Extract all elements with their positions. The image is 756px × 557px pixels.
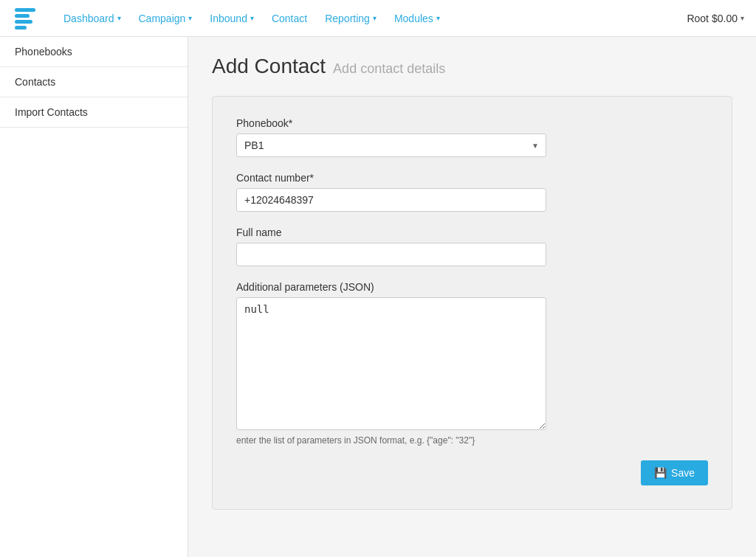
nav-items: Dashboard ▾ Campaign ▾ Inbound ▾ Contact… bbox=[56, 0, 687, 37]
page-header: Add Contact Add contact details bbox=[212, 55, 732, 78]
chevron-down-icon[interactable]: ▾ bbox=[740, 14, 744, 22]
additional-params-textarea[interactable] bbox=[236, 297, 546, 430]
svg-rect-1 bbox=[15, 14, 30, 18]
logo[interactable] bbox=[12, 5, 38, 32]
phonebook-label: Phonebook* bbox=[236, 117, 708, 129]
page-subtitle: Add contact details bbox=[333, 61, 445, 77]
chevron-down-icon: ▾ bbox=[436, 14, 440, 22]
contact-number-input[interactable] bbox=[236, 188, 546, 212]
nav-inbound[interactable]: Inbound ▾ bbox=[202, 0, 261, 37]
nav-modules[interactable]: Modules ▾ bbox=[387, 0, 447, 37]
navbar: Dashboard ▾ Campaign ▾ Inbound ▾ Contact… bbox=[0, 0, 756, 37]
svg-rect-2 bbox=[15, 20, 32, 24]
form-footer: 💾 Save bbox=[236, 460, 708, 485]
page-title: Add Contact bbox=[212, 55, 326, 78]
chevron-down-icon: ▾ bbox=[250, 14, 254, 22]
chevron-down-icon: ▾ bbox=[373, 14, 377, 22]
chevron-down-icon: ▾ bbox=[188, 14, 192, 22]
navbar-username: Root bbox=[687, 13, 709, 24]
navbar-balance: $0.00 bbox=[712, 13, 738, 24]
svg-rect-0 bbox=[15, 8, 35, 12]
phonebook-group: Phonebook* PB1 bbox=[236, 117, 708, 157]
navbar-right: Root $0.00 ▾ bbox=[687, 13, 744, 24]
full-name-label: Full name bbox=[236, 226, 708, 238]
save-icon: 💾 bbox=[654, 467, 667, 479]
sidebar-item-contacts[interactable]: Contacts bbox=[0, 67, 188, 97]
sidebar: Phonebooks Contacts Import Contacts bbox=[0, 37, 188, 557]
add-contact-form: Phonebook* PB1 Contact number* Full name bbox=[212, 96, 732, 510]
sidebar-item-import-contacts[interactable]: Import Contacts bbox=[0, 97, 188, 128]
page-layout: Phonebooks Contacts Import Contacts Add … bbox=[0, 37, 756, 557]
contact-number-group: Contact number* bbox=[236, 172, 708, 212]
phonebook-select[interactable]: PB1 bbox=[236, 134, 546, 157]
nav-reporting[interactable]: Reporting ▾ bbox=[317, 0, 384, 37]
additional-params-hint: enter the list of parameters in JSON for… bbox=[236, 435, 708, 446]
contact-number-label: Contact number* bbox=[236, 172, 708, 184]
phonebook-select-wrapper: PB1 bbox=[236, 134, 546, 157]
additional-params-label: Additional parameters (JSON) bbox=[236, 281, 708, 293]
nav-dashboard[interactable]: Dashboard ▾ bbox=[56, 0, 128, 37]
save-button[interactable]: 💾 Save bbox=[641, 460, 708, 485]
full-name-group: Full name bbox=[236, 226, 708, 266]
sidebar-item-phonebooks[interactable]: Phonebooks bbox=[0, 37, 188, 67]
full-name-input[interactable] bbox=[236, 243, 546, 266]
svg-rect-3 bbox=[15, 26, 27, 30]
nav-campaign[interactable]: Campaign ▾ bbox=[131, 0, 200, 37]
chevron-down-icon: ▾ bbox=[117, 14, 121, 22]
additional-params-group: Additional parameters (JSON) enter the l… bbox=[236, 281, 708, 446]
main-content: Add Contact Add contact details Phoneboo… bbox=[188, 37, 756, 557]
nav-contact[interactable]: Contact bbox=[264, 0, 315, 37]
